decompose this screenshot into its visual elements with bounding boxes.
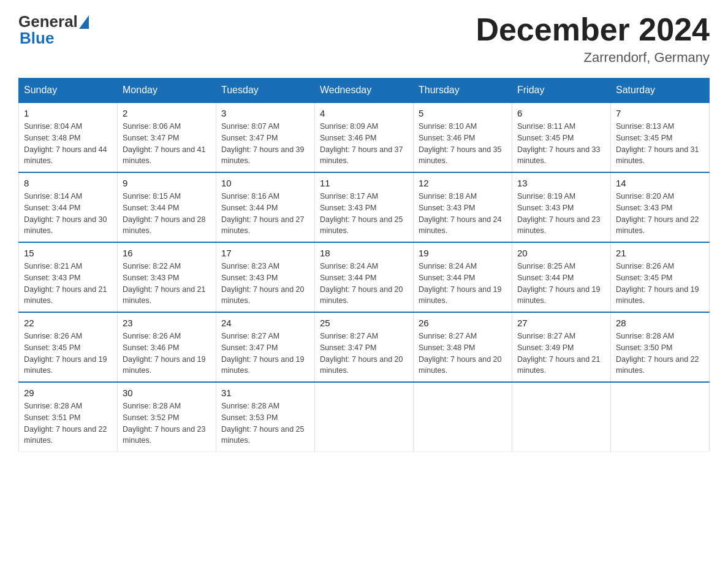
calendar-week-row: 15Sunrise: 8:21 AMSunset: 3:43 PMDayligh… <box>19 242 710 312</box>
calendar-cell: 22Sunrise: 8:26 AMSunset: 3:45 PMDayligh… <box>19 312 118 382</box>
day-info: Sunrise: 8:06 AMSunset: 3:47 PMDaylight:… <box>123 121 211 167</box>
calendar-cell: 28Sunrise: 8:28 AMSunset: 3:50 PMDayligh… <box>611 312 710 382</box>
calendar-week-row: 8Sunrise: 8:14 AMSunset: 3:44 PMDaylight… <box>19 172 710 242</box>
day-info: Sunrise: 8:13 AMSunset: 3:45 PMDaylight:… <box>616 121 704 167</box>
calendar-cell: 17Sunrise: 8:23 AMSunset: 3:43 PMDayligh… <box>216 242 315 312</box>
day-info: Sunrise: 8:24 AMSunset: 3:44 PMDaylight:… <box>419 261 507 307</box>
day-number: 2 <box>123 108 211 118</box>
day-info: Sunrise: 8:20 AMSunset: 3:43 PMDaylight:… <box>616 191 704 237</box>
day-info: Sunrise: 8:07 AMSunset: 3:47 PMDaylight:… <box>221 121 309 167</box>
day-number: 14 <box>616 178 704 188</box>
day-number: 17 <box>221 248 309 258</box>
day-number: 22 <box>24 318 112 328</box>
day-number: 26 <box>419 318 507 328</box>
logo-blue-text: Blue <box>20 29 54 48</box>
day-info: Sunrise: 8:15 AMSunset: 3:44 PMDaylight:… <box>123 191 211 237</box>
calendar-cell: 8Sunrise: 8:14 AMSunset: 3:44 PMDaylight… <box>19 172 118 242</box>
calendar-cell: 18Sunrise: 8:24 AMSunset: 3:44 PMDayligh… <box>315 242 414 312</box>
day-number: 1 <box>24 108 112 118</box>
day-info: Sunrise: 8:28 AMSunset: 3:52 PMDaylight:… <box>123 400 211 446</box>
day-info: Sunrise: 8:23 AMSunset: 3:43 PMDaylight:… <box>221 261 309 307</box>
day-info: Sunrise: 8:26 AMSunset: 3:45 PMDaylight:… <box>24 331 112 377</box>
calendar-cell: 4Sunrise: 8:09 AMSunset: 3:46 PMDaylight… <box>315 102 414 172</box>
column-header-tuesday: Tuesday <box>216 79 315 103</box>
calendar-cell: 1Sunrise: 8:04 AMSunset: 3:48 PMDaylight… <box>19 102 118 172</box>
day-number: 15 <box>24 248 112 258</box>
calendar-cell: 9Sunrise: 8:15 AMSunset: 3:44 PMDaylight… <box>118 172 216 242</box>
calendar-cell: 10Sunrise: 8:16 AMSunset: 3:44 PMDayligh… <box>216 172 315 242</box>
day-number: 19 <box>419 248 507 258</box>
day-number: 29 <box>24 388 112 398</box>
day-info: Sunrise: 8:27 AMSunset: 3:47 PMDaylight:… <box>320 331 408 377</box>
day-number: 13 <box>517 178 605 188</box>
day-info: Sunrise: 8:04 AMSunset: 3:48 PMDaylight:… <box>24 121 112 167</box>
calendar-cell: 12Sunrise: 8:18 AMSunset: 3:43 PMDayligh… <box>414 172 512 242</box>
column-header-sunday: Sunday <box>19 79 118 103</box>
day-number: 10 <box>221 178 309 188</box>
day-info: Sunrise: 8:27 AMSunset: 3:47 PMDaylight:… <box>221 331 309 377</box>
calendar-cell <box>315 382 414 452</box>
calendar-cell <box>414 382 512 452</box>
day-number: 6 <box>517 108 605 118</box>
calendar-cell: 19Sunrise: 8:24 AMSunset: 3:44 PMDayligh… <box>414 242 512 312</box>
day-number: 27 <box>517 318 605 328</box>
calendar-cell: 30Sunrise: 8:28 AMSunset: 3:52 PMDayligh… <box>118 382 216 452</box>
calendar-cell: 15Sunrise: 8:21 AMSunset: 3:43 PMDayligh… <box>19 242 118 312</box>
calendar-table: SundayMondayTuesdayWednesdayThursdayFrid… <box>18 78 710 452</box>
calendar-cell: 11Sunrise: 8:17 AMSunset: 3:43 PMDayligh… <box>315 172 414 242</box>
day-number: 3 <box>221 108 309 118</box>
day-info: Sunrise: 8:19 AMSunset: 3:43 PMDaylight:… <box>517 191 605 237</box>
calendar-cell <box>512 382 611 452</box>
day-info: Sunrise: 8:10 AMSunset: 3:46 PMDaylight:… <box>419 121 507 167</box>
calendar-cell: 3Sunrise: 8:07 AMSunset: 3:47 PMDaylight… <box>216 102 315 172</box>
logo: General Blue <box>18 12 89 48</box>
day-number: 16 <box>123 248 211 258</box>
calendar-cell: 29Sunrise: 8:28 AMSunset: 3:51 PMDayligh… <box>19 382 118 452</box>
day-info: Sunrise: 8:27 AMSunset: 3:49 PMDaylight:… <box>517 331 605 377</box>
day-number: 9 <box>123 178 211 188</box>
calendar-cell: 13Sunrise: 8:19 AMSunset: 3:43 PMDayligh… <box>512 172 611 242</box>
calendar-cell: 2Sunrise: 8:06 AMSunset: 3:47 PMDaylight… <box>118 102 216 172</box>
day-number: 4 <box>320 108 408 118</box>
day-number: 5 <box>419 108 507 118</box>
column-header-wednesday: Wednesday <box>315 79 414 103</box>
day-number: 31 <box>221 388 309 398</box>
calendar-cell: 27Sunrise: 8:27 AMSunset: 3:49 PMDayligh… <box>512 312 611 382</box>
day-info: Sunrise: 8:11 AMSunset: 3:45 PMDaylight:… <box>517 121 605 167</box>
location-subtitle: Zarrendorf, Germany <box>476 50 710 66</box>
day-info: Sunrise: 8:27 AMSunset: 3:48 PMDaylight:… <box>419 331 507 377</box>
calendar-week-row: 29Sunrise: 8:28 AMSunset: 3:51 PMDayligh… <box>19 382 710 452</box>
day-number: 23 <box>123 318 211 328</box>
calendar-cell: 14Sunrise: 8:20 AMSunset: 3:43 PMDayligh… <box>611 172 710 242</box>
logo-triangle-icon <box>79 15 89 29</box>
day-info: Sunrise: 8:28 AMSunset: 3:53 PMDaylight:… <box>221 400 309 446</box>
day-number: 8 <box>24 178 112 188</box>
day-number: 20 <box>517 248 605 258</box>
day-number: 30 <box>123 388 211 398</box>
day-info: Sunrise: 8:25 AMSunset: 3:44 PMDaylight:… <box>517 261 605 307</box>
calendar-cell: 7Sunrise: 8:13 AMSunset: 3:45 PMDaylight… <box>611 102 710 172</box>
day-number: 11 <box>320 178 408 188</box>
day-info: Sunrise: 8:14 AMSunset: 3:44 PMDaylight:… <box>24 191 112 237</box>
day-info: Sunrise: 8:24 AMSunset: 3:44 PMDaylight:… <box>320 261 408 307</box>
calendar-cell: 26Sunrise: 8:27 AMSunset: 3:48 PMDayligh… <box>414 312 512 382</box>
day-info: Sunrise: 8:21 AMSunset: 3:43 PMDaylight:… <box>24 261 112 307</box>
day-info: Sunrise: 8:18 AMSunset: 3:43 PMDaylight:… <box>419 191 507 237</box>
calendar-title: December 2024 <box>476 12 710 47</box>
column-header-monday: Monday <box>118 79 216 103</box>
column-header-saturday: Saturday <box>611 79 710 103</box>
calendar-cell: 5Sunrise: 8:10 AMSunset: 3:46 PMDaylight… <box>414 102 512 172</box>
day-info: Sunrise: 8:28 AMSunset: 3:50 PMDaylight:… <box>616 331 704 377</box>
calendar-cell <box>611 382 710 452</box>
calendar-cell: 20Sunrise: 8:25 AMSunset: 3:44 PMDayligh… <box>512 242 611 312</box>
calendar-cell: 16Sunrise: 8:22 AMSunset: 3:43 PMDayligh… <box>118 242 216 312</box>
calendar-cell: 6Sunrise: 8:11 AMSunset: 3:45 PMDaylight… <box>512 102 611 172</box>
day-number: 18 <box>320 248 408 258</box>
calendar-week-row: 1Sunrise: 8:04 AMSunset: 3:48 PMDaylight… <box>19 102 710 172</box>
column-header-friday: Friday <box>512 79 611 103</box>
calendar-week-row: 22Sunrise: 8:26 AMSunset: 3:45 PMDayligh… <box>19 312 710 382</box>
day-number: 21 <box>616 248 704 258</box>
calendar-cell: 25Sunrise: 8:27 AMSunset: 3:47 PMDayligh… <box>315 312 414 382</box>
page-header: General Blue December 2024 Zarrendorf, G… <box>18 12 710 66</box>
day-number: 7 <box>616 108 704 118</box>
